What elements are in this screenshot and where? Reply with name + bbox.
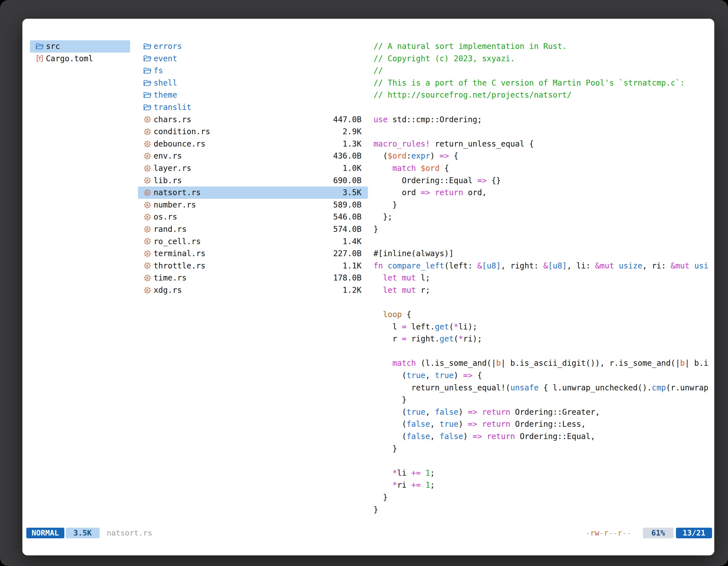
code-line: r = right.get(*ri); xyxy=(374,333,708,345)
item-label: xdg.rs xyxy=(154,284,182,296)
item-size: 574.0B xyxy=(330,223,361,236)
folder-open-icon xyxy=(143,67,152,75)
item-size: 2.9K xyxy=(340,126,361,138)
item-label: condition.rs xyxy=(154,126,210,138)
svg-text:R: R xyxy=(146,227,149,231)
item-label: event xyxy=(154,53,177,65)
file-item-os.rs[interactable]: R os.rs546.0B xyxy=(138,211,368,223)
toml-file-icon xyxy=(36,54,44,63)
preview-pane[interactable]: // A natural sort implementation in Rust… xyxy=(374,40,708,522)
svg-text:R: R xyxy=(146,154,149,158)
item-size: 1.4K xyxy=(340,236,361,248)
file-item-shell[interactable]: shell xyxy=(138,77,368,89)
folder-open-icon xyxy=(143,42,152,51)
file-item-ro_cell.rs[interactable]: R ro_cell.rs1.4K xyxy=(138,236,368,248)
item-size: 436.0B xyxy=(330,150,361,162)
item-label: lib.rs xyxy=(154,175,182,187)
file-item-rand.rs[interactable]: R rand.rs574.0B xyxy=(138,223,368,236)
item-size: 1.1K xyxy=(340,260,361,272)
item-label: ro_cell.rs xyxy=(154,236,201,248)
cursor-position-badge: 13/21 xyxy=(676,528,712,538)
item-size: 690.0B xyxy=(330,175,361,187)
code-line: match $ord { xyxy=(374,162,708,175)
item-label: number.rs xyxy=(154,199,196,211)
svg-text:R: R xyxy=(146,118,149,122)
code-line: // This is a port of the C version of Ma… xyxy=(374,77,708,89)
code-line: // A natural sort implementation in Rust… xyxy=(374,40,708,53)
code-line: } xyxy=(374,199,708,211)
file-item-natsort.rs[interactable]: R natsort.rs3.5K xyxy=(138,187,368,199)
item-size: 227.0B xyxy=(330,248,361,260)
code-line: match (l.is_some_and(|b| b.is_ascii_digi… xyxy=(374,357,708,369)
statusbar-right: -rw-r--r-- 61% 13/21 xyxy=(586,527,712,539)
code-line: ($ord:expr) => { xyxy=(374,150,708,162)
code-line: #[inline(always)] xyxy=(374,248,708,260)
file-item-debounce.rs[interactable]: R debounce.rs1.3K xyxy=(138,138,368,150)
parent-item-Cargo.toml[interactable]: Cargo.toml xyxy=(30,53,130,65)
file-item-throttle.rs[interactable]: R throttle.rs1.1K xyxy=(138,260,368,272)
code-line: (true, true) => { xyxy=(374,369,708,382)
file-item-xdg.rs[interactable]: R xdg.rs1.2K xyxy=(138,284,368,296)
code-line: } xyxy=(374,491,708,504)
code-line: *ri += 1; xyxy=(374,479,708,491)
rust-file-icon: R xyxy=(143,274,152,282)
code-line: } xyxy=(374,443,708,455)
code-line: let mut l; xyxy=(374,272,708,284)
yazi-window: src Cargo.toml errors event fs shell the… xyxy=(22,19,714,555)
file-item-errors[interactable]: errors xyxy=(138,40,368,53)
svg-text:R: R xyxy=(146,179,149,183)
item-size: 178.0B xyxy=(330,272,361,284)
file-item-lib.rs[interactable]: R lib.rs690.0B xyxy=(138,175,368,187)
svg-text:R: R xyxy=(146,166,149,170)
status-filename: natsort.rs xyxy=(107,527,152,539)
permissions: -rw-r--r-- xyxy=(586,527,631,539)
file-item-number.rs[interactable]: R number.rs589.0B xyxy=(138,199,368,211)
item-size: 1.0K xyxy=(340,162,361,175)
scroll-percent-badge: 61% xyxy=(643,528,673,538)
code-line: // http://sourcefrog.net/projects/natsor… xyxy=(374,89,708,101)
parent-item-src[interactable]: src xyxy=(30,40,130,53)
code-line: } xyxy=(374,223,708,236)
svg-text:R: R xyxy=(146,264,149,268)
item-size: 1.3K xyxy=(340,138,361,150)
code-line xyxy=(374,101,708,114)
item-label: os.rs xyxy=(154,211,177,223)
item-label: throttle.rs xyxy=(154,260,205,272)
item-label: fs xyxy=(154,65,163,77)
file-item-env.rs[interactable]: R env.rs436.0B xyxy=(138,150,368,162)
file-item-layer.rs[interactable]: R layer.rs1.0K xyxy=(138,162,368,175)
file-item-chars.rs[interactable]: R chars.rs447.0B xyxy=(138,114,368,126)
item-size: 589.0B xyxy=(330,199,361,211)
svg-text:R: R xyxy=(146,240,149,244)
rust-file-icon: R xyxy=(143,128,152,136)
rust-file-icon: R xyxy=(143,140,152,148)
item-label: Cargo.toml xyxy=(46,53,93,65)
item-label: theme xyxy=(154,89,177,101)
file-item-event[interactable]: event xyxy=(138,53,368,65)
svg-text:R: R xyxy=(146,203,149,207)
item-size: 1.2K xyxy=(340,284,361,296)
item-label: rand.rs xyxy=(154,223,187,236)
code-line: loop { xyxy=(374,308,708,321)
code-line: } xyxy=(374,394,708,406)
code-line xyxy=(374,345,708,357)
file-item-terminal.rs[interactable]: R terminal.rs227.0B xyxy=(138,248,368,260)
code-line: return_unless_equal!(unsafe { l.unwrap_u… xyxy=(374,382,708,394)
item-size: 447.0B xyxy=(330,114,361,126)
code-line xyxy=(374,296,708,308)
file-size-badge: 3.5K xyxy=(66,528,100,538)
file-item-time.rs[interactable]: R time.rs178.0B xyxy=(138,272,368,284)
svg-text:R: R xyxy=(146,142,149,146)
code-line: // Copyright (c) 2023, sxyazi. xyxy=(374,53,708,65)
file-item-translit[interactable]: translit xyxy=(138,101,368,114)
svg-text:R: R xyxy=(146,276,149,280)
rust-file-icon: R xyxy=(143,201,152,209)
file-item-condition.rs[interactable]: R condition.rs2.9K xyxy=(138,126,368,138)
item-label: debounce.rs xyxy=(154,138,205,150)
code-line: } xyxy=(374,504,708,516)
item-label: time.rs xyxy=(154,272,187,284)
code-line: }; xyxy=(374,211,708,223)
svg-text:R: R xyxy=(146,252,149,256)
file-item-theme[interactable]: theme xyxy=(138,89,368,101)
file-item-fs[interactable]: fs xyxy=(138,65,368,77)
